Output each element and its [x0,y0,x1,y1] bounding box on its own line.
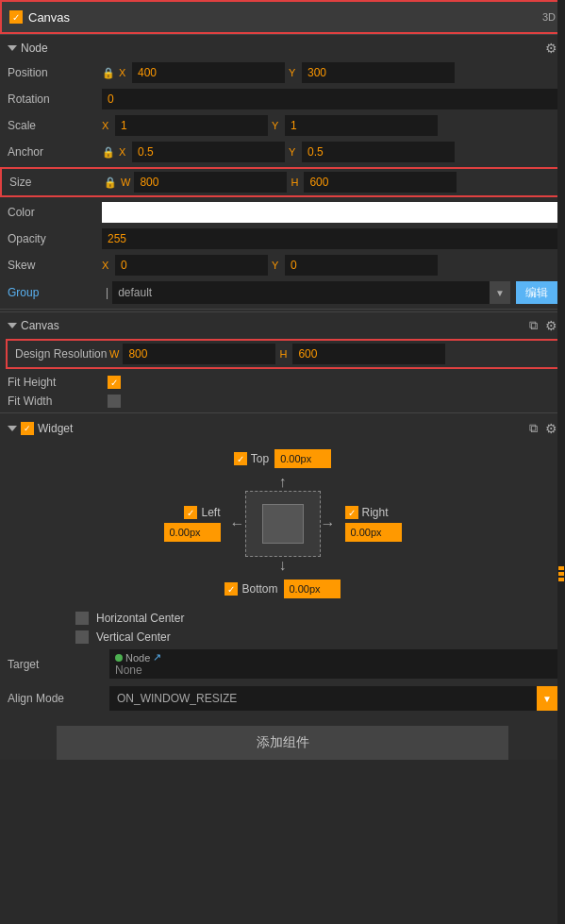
align-mode-value: ON_WINDOW_RESIZE [109,686,537,711]
top-align-row: ✓ Top [234,449,331,468]
node-label: Node [125,652,150,664]
size-label: Size [9,176,104,189]
bottom-label: Bottom [241,582,277,596]
canvas-gear-icon[interactable]: ⚙ [545,318,557,333]
horizontal-center-row: Horizontal Center [0,608,565,627]
position-x-label: X [119,67,128,78]
size-lock-icon[interactable]: 🔒 [104,176,117,189]
scrollbar-indicator-2 [558,572,564,576]
widget-section-header: ✓ Widget ⧉ ⚙ [0,415,565,440]
anchor-lock-icon[interactable]: 🔒 [102,146,115,159]
left-checkbox[interactable]: ✓ [184,506,197,519]
horizontal-center-checkbox[interactable] [75,612,89,625]
design-res-h-label: H [279,348,289,360]
size-w-label: W [121,176,130,188]
position-x-input[interactable] [132,62,285,83]
fit-height-checkbox[interactable]: ✓ [108,376,121,389]
canvas-copy-icon[interactable]: ⧉ [529,318,538,333]
fit-width-label: Fit Width [8,395,102,408]
bottom-checkbox-label: ✓ Bottom [224,582,277,596]
widget-collapse-icon[interactable] [8,426,17,431]
bottom-align-row: ✓ Bottom [224,580,340,598]
top-checkbox[interactable]: ✓ [234,452,247,465]
align-mode-select[interactable]: ON_WINDOW_RESIZE ▼ [109,686,557,711]
align-middle-row: ✓ Left ↑ ← → ↓ ✓ [164,474,402,574]
align-inner-box [262,504,304,544]
size-w-input[interactable] [134,172,287,193]
left-value-input[interactable] [164,523,221,542]
anchor-row: Anchor 🔒 X Y [0,139,565,165]
opacity-row: Opacity [0,226,565,252]
design-res-h-input[interactable] [292,344,445,364]
design-res-w-label: W [109,348,119,360]
anchor-y-input[interactable] [302,142,455,162]
design-res-w-input[interactable] [123,344,275,364]
canvas-section-label: Canvas [21,319,59,332]
vertical-center-label: Vertical Center [96,630,171,644]
skew-x-input[interactable] [115,255,268,276]
node-gear-icon[interactable]: ⚙ [545,41,557,56]
color-input[interactable] [102,202,557,223]
widget-copy-icon[interactable]: ⧉ [529,421,538,436]
node-collapse-icon[interactable] [8,45,17,51]
skew-y-input[interactable] [285,255,438,276]
scale-x-input[interactable] [115,115,268,136]
bottom-checkbox[interactable]: ✓ [224,582,238,596]
left-label: Left [201,506,220,519]
color-label: Color [8,206,102,219]
right-label: Right [362,506,389,519]
right-checkbox[interactable]: ✓ [345,506,358,519]
group-row: Group | default ▼ 编辑 [0,278,565,307]
position-y-label: Y [289,67,298,78]
widget-section-label: Widget [38,422,73,435]
bottom-value-input[interactable] [284,580,341,598]
align-mode-row: Align Mode ON_WINDOW_RESIZE ▼ [0,682,565,714]
canvas-title: Canvas [28,10,70,25]
position-y-input[interactable] [302,62,455,83]
opacity-input[interactable] [102,228,557,249]
fit-width-checkbox[interactable] [108,395,121,408]
vertical-center-checkbox[interactable] [75,630,89,644]
size-h-input[interactable] [304,172,457,193]
add-component-button[interactable]: 添加组件 [57,726,508,760]
size-row: Size 🔒 W H [0,167,565,197]
scale-x-label: X [102,120,111,131]
skew-y-label: Y [272,260,281,271]
rotation-input[interactable] [102,89,557,109]
target-value: None [115,664,552,677]
align-mode-label: Align Mode [8,692,102,705]
scrollbar[interactable] [557,0,565,924]
fit-height-label: Fit Height [8,376,102,389]
top-checkbox-label: ✓ Top [234,452,269,465]
canvas-collapse-icon[interactable] [8,323,17,328]
group-edit-button[interactable]: 编辑 [516,281,557,304]
position-lock-icon[interactable]: 🔒 [102,67,115,79]
group-label: Group [8,286,102,299]
fit-height-row: Fit Height ✓ [0,373,565,392]
group-dropdown-arrow[interactable]: ▼ [490,281,510,304]
node-badge: Node ↗ [115,651,552,664]
node-section-header: Node ⚙ [0,34,565,59]
node-link-icon[interactable]: ↗ [153,651,161,664]
color-row: Color [0,199,565,226]
top-value-input[interactable] [274,449,331,468]
scale-row: Scale X Y [0,112,565,139]
target-row: Target Node ↗ None [0,646,565,682]
alignment-widget: ✓ Top ✓ Left ↑ ← [0,440,565,608]
node-status-dot [115,654,123,662]
scale-y-label: Y [272,120,281,131]
widget-gear-icon[interactable]: ⚙ [545,421,557,436]
skew-row: Skew X Y [0,252,565,278]
scale-y-input[interactable] [285,115,438,136]
right-arrow-icon: → [321,515,336,532]
widget-enabled-checkbox[interactable]: ✓ [21,422,34,435]
right-value-input[interactable] [345,523,402,542]
up-arrow-icon: ↑ [279,474,287,491]
align-mode-arrow-icon[interactable]: ▼ [537,686,557,711]
anchor-x-input[interactable] [132,142,285,162]
target-label: Target [8,658,102,671]
rotation-row: Rotation [0,86,565,112]
align-center-box [245,491,321,557]
canvas-checkbox[interactable]: ✓ [9,10,23,24]
left-checkbox-label: ✓ Left [184,506,220,519]
